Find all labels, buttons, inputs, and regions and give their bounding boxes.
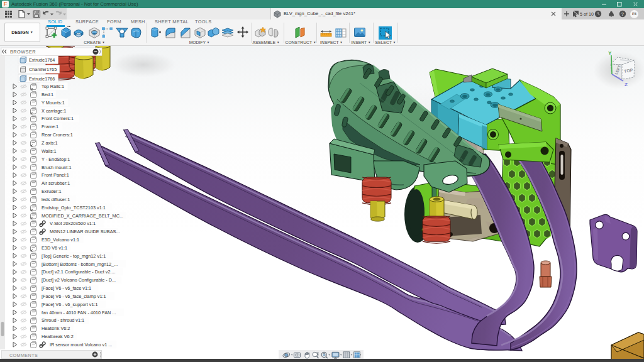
svg-text:Front Corners:1: Front Corners:1	[42, 116, 74, 121]
svg-text:MGN12 LINEAR GUIDE SUBAS...: MGN12 LINEAR GUIDE SUBAS...	[50, 229, 120, 234]
svg-text:Walls:1: Walls:1	[42, 148, 57, 154]
svg-text:[Face] V6 - v6_face_clamp v1:1: [Face] V6 - v6_face_clamp v1:1	[42, 293, 106, 299]
svg-text:X carriage:1: X carriage:1	[42, 108, 66, 114]
svg-text:V-Slot 20x20x500 v1:1: V-Slot 20x20x500 v1:1	[50, 221, 96, 226]
svg-text:Bed:1: Bed:1	[42, 92, 53, 97]
svg-text:MODIFIED_X_CARRIAGE_BELT_MC...: MODIFIED_X_CARRIAGE_BELT_MC...	[42, 213, 123, 219]
svg-text:5 of 10: 5 of 10	[580, 11, 594, 17]
svg-text:E3D_Volcano v1:1: E3D_Volcano v1:1	[42, 237, 79, 243]
svg-text:Heatsink V6:2: Heatsink V6:2	[42, 326, 70, 331]
svg-text:Y Mounts:1: Y Mounts:1	[42, 100, 65, 106]
svg-text:BROWSER: BROWSER	[10, 49, 36, 55]
svg-text:Extrude1766: Extrude1766	[29, 76, 55, 82]
svg-text:[Bottom] Bottoms - bottom_mgn1: [Bottom] Bottoms - bottom_mgn12_...	[42, 261, 118, 267]
svg-text:[Duct] v2 Volcano Configurable: [Duct] v2 Volcano Configurable - D...	[42, 277, 116, 283]
svg-text:fan 40mm - 4010 FAN - 4010 FAN: fan 40mm - 4010 FAN - 4010 FAN ...	[42, 310, 116, 315]
svg-text:Z: Z	[625, 82, 628, 87]
svg-text:Exruder:1: Exruder:1	[42, 189, 62, 194]
svg-text:[Face] V6 - v6_face v1:1: [Face] V6 - v6_face v1:1	[42, 285, 91, 291]
svg-text:Brush mount:1: Brush mount:1	[42, 165, 71, 170]
svg-text:[Duct] v2.1 Configurable - Duc: [Duct] v2.1 Configurable - Duct v2....	[42, 269, 116, 275]
svg-text:Y: Y	[608, 50, 612, 56]
svg-text:Z axis:1: Z axis:1	[42, 140, 58, 146]
svg-text:Y - EndStop:1: Y - EndStop:1	[42, 156, 70, 162]
svg-text:[Top] Generic - top_mgn12 v1:1: [Top] Generic - top_mgn12 v1:1	[42, 253, 106, 259]
svg-text:Front Panel:1: Front Panel:1	[42, 172, 69, 178]
svg-text:?: ?	[621, 11, 625, 17]
svg-text:Endstop_Opto_TCST2103 v1:1: Endstop_Opto_TCST2103 v1:1	[42, 205, 106, 211]
svg-text:E3D V6 v1:1: E3D V6 v1:1	[42, 245, 67, 251]
svg-text:Air scrubber:1: Air scrubber:1	[42, 180, 70, 186]
svg-text:leds diffuser:1: leds diffuser:1	[42, 197, 70, 202]
svg-text:[Face] V6 - v6_support v1:1: [Face] V6 - v6_support v1:1	[42, 302, 98, 307]
svg-text:Heatbreak V6:2: Heatbreak V6:2	[42, 334, 74, 339]
svg-text:Chamfer1765: Chamfer1765	[29, 67, 57, 72]
svg-text:Shroud - shroud v1:1: Shroud - shroud v1:1	[42, 317, 84, 323]
svg-text:Top Rails:1: Top Rails:1	[42, 84, 64, 89]
svg-text:IR sensor mount Volcano v1 ...: IR sensor mount Volcano v1 ...	[50, 342, 112, 348]
svg-text:Extrude1764: Extrude1764	[29, 57, 55, 63]
svg-text:Frame:1: Frame:1	[42, 124, 58, 129]
svg-text:Rear Croners:1: Rear Croners:1	[42, 132, 73, 138]
